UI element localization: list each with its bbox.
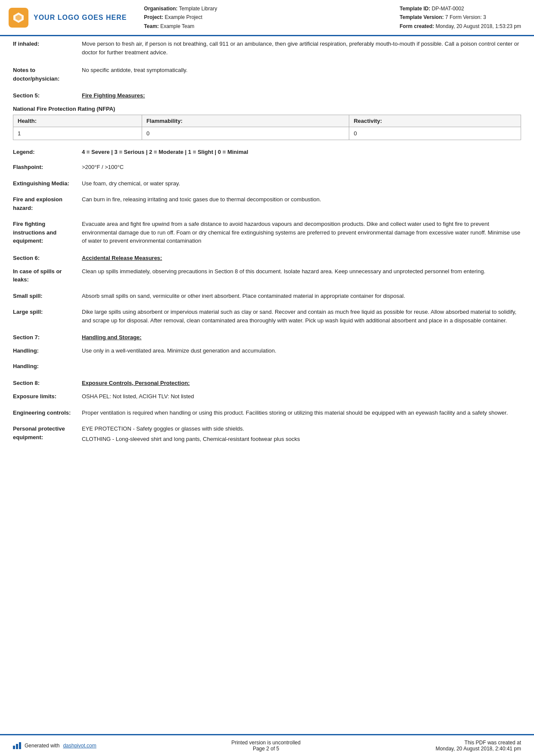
section8-heading: Section 8: Exposure Controls, Personal P…	[13, 374, 521, 389]
meta-col-right: Template ID: DP-MAT-0002 Template Versio…	[400, 4, 521, 31]
footer-left: Generated with dashpivot.com	[13, 742, 96, 749]
spills-label: In case of spills or leaks:	[13, 267, 82, 284]
section6-label: Section 6:	[13, 255, 82, 261]
notes-value: No specific antidote, treat symptomatica…	[82, 66, 521, 83]
template-id-row: Template ID: DP-MAT-0002	[400, 4, 521, 13]
project-value: Example Project	[165, 14, 202, 20]
exposure-row: Exposure limits: OSHA PEL: Not listed, A…	[13, 389, 521, 404]
nfpa-header-flammability: Flammability:	[142, 115, 349, 127]
nfpa-table: Health: Flammability: Reactivity: 1 0 0	[13, 115, 521, 140]
fire-explosion-label: Fire and explosion hazard:	[13, 195, 82, 212]
flashpoint-row: Flashpoint: >200°F / >100°C	[13, 159, 521, 175]
team-label: Team:	[144, 23, 158, 29]
template-version-row: Template Version: 7 Form Version: 3	[400, 13, 521, 22]
section8-label: Section 8:	[13, 380, 82, 386]
exposure-label: Exposure limits:	[13, 392, 82, 401]
exposure-value: OSHA PEL: Not listed, ACIGH TLV: Not lis…	[82, 392, 521, 401]
nfpa-header-reactivity: Reactivity:	[349, 115, 521, 127]
dashpivot-link[interactable]: dashpivot.com	[63, 743, 96, 749]
footer-center: Printed version is uncontrolled Page 2 o…	[231, 740, 301, 752]
spills-row: In case of spills or leaks: Clean up spi…	[13, 264, 521, 287]
logo-text: YOUR LOGO GOES HERE	[34, 14, 127, 22]
engineering-label: Engineering controls:	[13, 409, 82, 417]
fire-explosion-row: Fire and explosion hazard: Can burn in f…	[13, 191, 521, 216]
flashpoint-value: >200°F / >100°C	[82, 163, 521, 172]
engineering-value: Proper ventilation is required when hand…	[82, 409, 521, 417]
org-row: Organisation: Template Library	[144, 4, 217, 13]
legend-row: Legend: 4 = Severe | 3 = Serious | 2 = M…	[13, 145, 521, 159]
spills-value: Clean up spills immediately, observing p…	[82, 267, 521, 284]
team-row: Team: Example Team	[144, 22, 217, 31]
printed-text: Printed version is uncontrolled	[231, 740, 301, 746]
handling2-row: Handling:	[13, 359, 521, 374]
large-spill-value: Dike large spills using absorbent or imp…	[82, 308, 521, 325]
section5-title: Fire Fighting Measures:	[82, 92, 145, 99]
pdf-date: Monday, 20 August 2018, 2:40:41 pm	[435, 746, 521, 752]
section6-heading: Section 6: Accidental Release Measures:	[13, 249, 521, 264]
notes-row: Notes to doctor/physician: No specific a…	[13, 60, 521, 86]
project-row: Project: Example Project	[144, 13, 217, 22]
small-spill-row: Small spill: Absorb small spills on sand…	[13, 287, 521, 304]
section5-heading: Section 5: Fire Fighting Measures:	[13, 86, 521, 101]
flashpoint-label: Flashpoint:	[13, 163, 82, 172]
pdf-text: This PDF was created at	[435, 740, 521, 746]
section8-title: Exposure Controls, Personal Protection:	[82, 380, 190, 386]
if-inhaled-label: If inhaled:	[13, 40, 82, 56]
template-version-value: 7	[445, 14, 448, 20]
small-spill-value: Absorb small spills on sand, vermiculite…	[82, 292, 521, 300]
nfpa-val-health: 1	[13, 127, 142, 140]
footer-right: This PDF was created at Monday, 20 Augus…	[435, 740, 521, 752]
handling1-value: Use only in a well-ventilated area. Mini…	[82, 347, 521, 355]
extinguishing-row: Extinguishing Media: Use foam, dry chemi…	[13, 175, 521, 191]
template-id-value: DP-MAT-0002	[432, 6, 464, 12]
logo-area: YOUR LOGO GOES HERE	[9, 4, 127, 31]
template-version-label: Template Version:	[400, 14, 444, 20]
org-label: Organisation:	[144, 6, 177, 12]
handling2-value	[82, 362, 521, 371]
project-label: Project:	[144, 14, 163, 20]
nfpa-val-flammability: 0	[142, 127, 349, 140]
nfpa-section: National Fire Protection Rating (NFPA) H…	[13, 101, 521, 145]
ppe-values: EYE PROTECTION - Safety goggles or glass…	[82, 425, 521, 443]
ppe-row: Personal protective equipment: EYE PROTE…	[13, 420, 521, 447]
handling1-row: Handling: Use only in a well-ventilated …	[13, 343, 521, 359]
ppe-value1: EYE PROTECTION - Safety goggles or glass…	[82, 425, 521, 433]
notes-label: Notes to doctor/physician:	[13, 66, 82, 83]
large-spill-label: Large spill:	[13, 308, 82, 325]
generated-text: Generated with	[25, 743, 59, 749]
dashpivot-icon	[13, 742, 21, 749]
fire-fighting-label: Fire fighting instructions and equipment…	[13, 220, 82, 245]
nfpa-title: National Fire Protection Rating (NFPA)	[13, 106, 521, 112]
legend-label: Legend:	[13, 149, 82, 155]
ppe-value2: CLOTHING - Long-sleeved shirt and long p…	[82, 435, 521, 444]
ppe-label: Personal protective equipment:	[13, 425, 82, 441]
footer: Generated with dashpivot.com Printed ver…	[0, 734, 534, 756]
team-value: Example Team	[160, 23, 194, 29]
template-id-label: Template ID:	[400, 6, 430, 12]
small-spill-label: Small spill:	[13, 292, 82, 300]
extinguishing-label: Extinguishing Media:	[13, 179, 82, 188]
nfpa-header-health: Health:	[13, 115, 142, 127]
nfpa-val-reactivity: 0	[349, 127, 521, 140]
legend-value: 4 = Severe | 3 = Serious | 2 = Moderate …	[82, 149, 248, 155]
meta-col-left: Organisation: Template Library Project: …	[144, 4, 217, 31]
section7-label: Section 7:	[13, 334, 82, 341]
header: YOUR LOGO GOES HERE Organisation: Templa…	[0, 0, 534, 36]
section5-label: Section 5:	[13, 92, 82, 99]
large-spill-row: Large spill: Dike large spills using abs…	[13, 303, 521, 328]
page-text: Page 2 of 5	[231, 746, 301, 752]
extinguishing-value: Use foam, dry chemical, or water spray.	[82, 179, 521, 188]
if-inhaled-value: Move person to fresh air, if person is n…	[82, 40, 521, 56]
form-created-value: Monday, 20 August 2018, 1:53:23 pm	[435, 23, 521, 29]
form-version-label: Form Version:	[450, 14, 483, 20]
engineering-row: Engineering controls: Proper ventilation…	[13, 404, 521, 421]
form-created-row: Form created: Monday, 20 August 2018, 1:…	[400, 22, 521, 31]
section6-title: Accidental Release Measures:	[82, 255, 162, 261]
section7-title: Handling and Storage:	[82, 334, 142, 341]
form-created-label: Form created:	[400, 23, 434, 29]
fire-fighting-row: Fire fighting instructions and equipment…	[13, 216, 521, 249]
org-value: Template Library	[179, 6, 217, 12]
page: YOUR LOGO GOES HERE Organisation: Templa…	[0, 0, 534, 756]
header-meta: Organisation: Template Library Project: …	[135, 4, 521, 31]
handling2-label: Handling:	[13, 362, 82, 371]
